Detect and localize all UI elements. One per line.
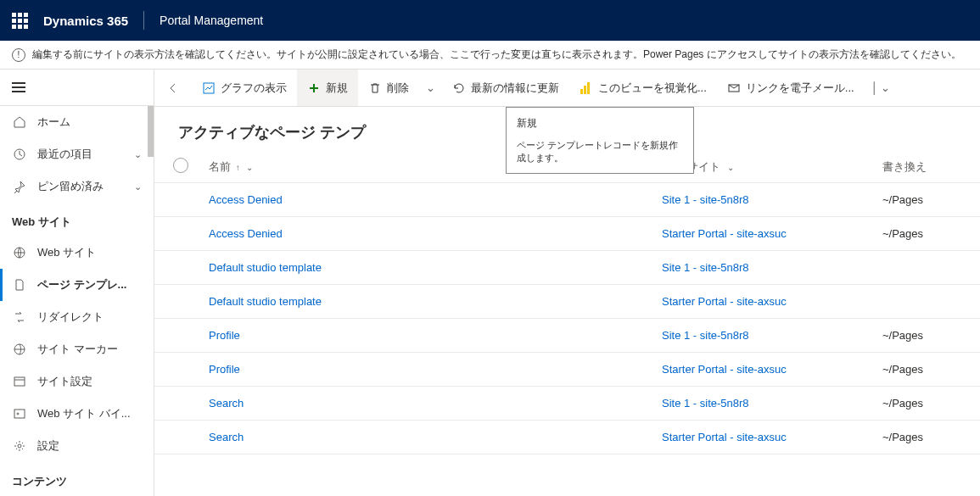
sidebar: ホーム 最近の項目 ⌄ ピン留め済み ⌄ Web サイト [0,70,154,496]
sidebar-item-pinned[interactable]: ピン留め済み ⌄ [0,170,154,203]
chart-icon [202,81,216,95]
row-name-link[interactable]: Access Denied [209,227,283,240]
row-name-link[interactable]: Default studio template [209,261,322,274]
pin-icon [12,179,27,194]
sidebar-item-label: サイト設定 [37,374,142,389]
sidebar-item-label: ページ テンプレ... [37,277,142,293]
table-row[interactable]: Default studio templateSite 1 - site-5n8… [154,251,980,285]
refresh-button[interactable]: 最新の情報に更新 [442,70,569,106]
show-chart-button[interactable]: グラフの表示 [192,70,297,106]
sidebar-item-home[interactable]: ホーム [0,106,154,138]
sidebar-item-label: 最近の項目 [37,147,124,162]
row-name-link[interactable]: Default studio template [209,295,322,308]
page-icon [12,277,27,293]
column-header-website[interactable]: Web サイト ⌄ [662,159,882,175]
row-website-link[interactable]: Starter Portal - site-axsuc [662,431,787,443]
row-website-link[interactable]: Starter Portal - site-axsuc [662,295,787,308]
table-row[interactable]: Access DeniedSite 1 - site-5n8r8~/Pages [154,183,980,217]
globe-icon [12,245,27,260]
app-name[interactable]: Portal Management [160,14,263,27]
row-rewrite: ~/Pages [882,397,923,410]
new-button[interactable]: 新規 [297,70,358,106]
sidebar-item-site-markers[interactable]: サイト マーカー [0,333,154,365]
trash-icon [368,81,382,95]
plus-icon [307,81,321,95]
chevron-down-icon[interactable]: ⌄ [134,181,142,192]
back-button[interactable] [154,70,192,106]
row-rewrite: ~/Pages [882,193,923,206]
email-split-chevron[interactable]: │ ⌄ [865,70,898,106]
sidebar-item-page-templates[interactable]: ページ テンプレ... [0,269,154,301]
settings-page-icon [12,374,27,389]
sidebar-item-label: Web サイト バイ... [37,406,142,421]
svg-rect-4 [14,410,25,418]
sidebar-item-websites[interactable]: Web サイト [0,237,154,269]
table-row[interactable]: SearchStarter Portal - site-axsuc~/Pages [154,421,980,454]
select-all-checkbox[interactable] [173,158,188,173]
visualize-button[interactable]: このビューを視覚化... [569,70,717,106]
table-row[interactable]: SearchSite 1 - site-5n8r8~/Pages [154,387,980,421]
row-website-link[interactable]: Site 1 - site-5n8r8 [662,261,749,274]
command-label: 削除 [387,81,409,96]
main-content: グラフの表示 新規 削除 ⌄ 最新の情報に更新 [154,70,980,496]
notification-bar: ! 編集する前にサイトの表示方法を確認してください。サイトが公開に設定されている… [0,41,980,70]
refresh-icon [452,81,466,95]
row-website-link[interactable]: Starter Portal - site-axsuc [662,227,787,240]
row-name-link[interactable]: Search [209,397,244,410]
sidebar-toggle[interactable] [0,70,154,106]
row-name-link[interactable]: Profile [209,329,240,342]
row-name-link[interactable]: Search [209,431,244,443]
column-header-rewrite[interactable]: 書き換え [882,159,927,175]
row-website-link[interactable]: Site 1 - site-5n8r8 [662,329,749,342]
chevron-down-icon[interactable]: ⌄ [246,163,253,172]
row-website-link[interactable]: Starter Portal - site-axsuc [662,363,787,376]
chevron-down-icon[interactable]: ⌄ [727,163,734,172]
row-name-link[interactable]: Profile [209,363,240,376]
delete-split-chevron[interactable]: ⌄ [419,70,442,106]
row-website-link[interactable]: Site 1 - site-5n8r8 [662,397,749,410]
redirect-icon [12,309,27,325]
svg-point-5 [17,413,19,415]
svg-point-6 [18,444,21,448]
powerbi-icon [580,81,593,95]
column-label: 書き換え [882,160,927,173]
sidebar-item-website-bindings[interactable]: Web サイト バイ... [0,398,154,430]
column-label: 名前 [209,160,231,173]
sidebar-item-site-settings[interactable]: サイト設定 [0,365,154,398]
chevron-down-icon[interactable]: ⌄ [134,149,142,160]
gear-icon [12,438,27,454]
email-link-button[interactable]: リンクを電子メール... [717,70,865,106]
app-launcher-icon[interactable] [12,13,28,29]
sidebar-item-settings[interactable]: 設定 [0,430,154,462]
select-all-column[interactable] [173,158,204,176]
command-label: 最新の情報に更新 [471,81,559,96]
sidebar-item-label: ホーム [37,114,142,130]
tooltip-title: 新規 [517,116,683,131]
delete-button[interactable]: 削除 [358,70,419,106]
row-rewrite: ~/Pages [882,431,923,443]
command-label: このビューを視覚化... [598,81,707,96]
table-row[interactable]: Default studio templateStarter Portal - … [154,285,980,319]
brand-name[interactable]: Dynamics 365 [43,14,128,28]
global-header: Dynamics 365 Portal Management [0,0,980,41]
mail-icon [727,81,741,95]
sidebar-item-recent[interactable]: 最近の項目 ⌄ [0,138,154,170]
globe-icon [12,342,27,357]
table-row[interactable]: ProfileSite 1 - site-5n8r8~/Pages [154,319,980,353]
sidebar-item-redirects[interactable]: リダイレクト [0,301,154,333]
command-label: リンクを電子メール... [746,81,854,96]
new-record-tooltip: 新規 ページ テンプレートレコードを新規作成します。 [506,107,694,174]
grid-body: Access DeniedSite 1 - site-5n8r8~/PagesA… [154,183,980,454]
sidebar-item-label: リダイレクト [37,309,142,325]
sidebar-item-label: サイト マーカー [37,342,142,357]
table-row[interactable]: ProfileStarter Portal - site-axsuc~/Page… [154,353,980,387]
row-name-link[interactable]: Access Denied [209,193,283,206]
row-website-link[interactable]: Site 1 - site-5n8r8 [662,193,749,206]
sidebar-section-contents: コンテンツ [0,462,154,496]
table-row[interactable]: Access DeniedStarter Portal - site-axsuc… [154,217,980,251]
row-rewrite: ~/Pages [882,363,923,376]
tooltip-body: ページ テンプレートレコードを新規作成します。 [517,139,683,164]
row-rewrite: ~/Pages [882,329,923,342]
home-icon [12,114,27,130]
info-icon: ! [12,48,25,62]
